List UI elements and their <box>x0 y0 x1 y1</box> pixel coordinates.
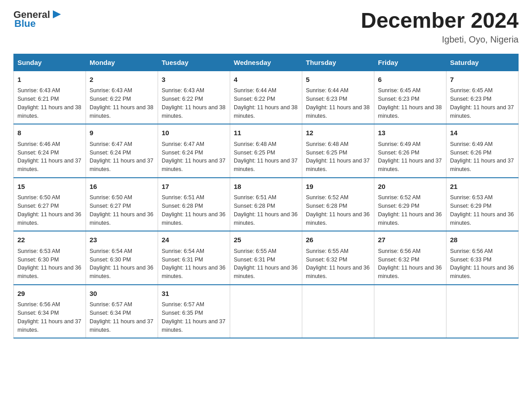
calendar-cell: 20Sunrise: 6:52 AMSunset: 6:29 PMDayligh… <box>374 178 446 231</box>
day-number: 6 <box>378 75 442 85</box>
calendar-cell: 21Sunrise: 6:53 AMSunset: 6:29 PMDayligh… <box>446 178 519 231</box>
day-number: 18 <box>234 182 298 192</box>
day-number: 5 <box>306 75 370 85</box>
calendar-cell: 23Sunrise: 6:54 AMSunset: 6:30 PMDayligh… <box>86 231 158 285</box>
calendar-cell <box>230 285 302 338</box>
calendar-cell: 1Sunrise: 6:43 AMSunset: 6:21 PMDaylight… <box>14 71 86 124</box>
calendar-cell: 7Sunrise: 6:45 AMSunset: 6:23 PMDaylight… <box>446 71 519 124</box>
day-number: 12 <box>306 128 370 138</box>
title-section: December 2024 Igbeti, Oyo, Nigeria <box>361 9 519 45</box>
day-number: 11 <box>234 128 298 138</box>
calendar-cell: 8Sunrise: 6:46 AMSunset: 6:24 PMDaylight… <box>14 124 86 178</box>
calendar-cell <box>374 285 446 338</box>
month-title: December 2024 <box>361 9 519 33</box>
day-number: 1 <box>17 75 82 85</box>
logo-blue-text: Blue <box>14 18 36 30</box>
day-number: 13 <box>378 128 442 138</box>
header-monday: Monday <box>86 54 158 71</box>
calendar-cell: 19Sunrise: 6:52 AMSunset: 6:28 PMDayligh… <box>302 178 374 231</box>
calendar-cell: 4Sunrise: 6:44 AMSunset: 6:22 PMDaylight… <box>230 71 302 124</box>
calendar-week-row: 15Sunrise: 6:50 AMSunset: 6:27 PMDayligh… <box>14 178 519 231</box>
day-number: 19 <box>306 182 370 192</box>
day-number: 7 <box>450 75 515 85</box>
calendar-cell: 11Sunrise: 6:48 AMSunset: 6:25 PMDayligh… <box>230 124 302 178</box>
calendar-cell: 2Sunrise: 6:43 AMSunset: 6:22 PMDaylight… <box>86 71 158 124</box>
calendar-cell: 18Sunrise: 6:51 AMSunset: 6:28 PMDayligh… <box>230 178 302 231</box>
calendar-cell: 30Sunrise: 6:57 AMSunset: 6:34 PMDayligh… <box>86 285 158 338</box>
calendar-cell: 3Sunrise: 6:43 AMSunset: 6:22 PMDaylight… <box>158 71 230 124</box>
day-number: 29 <box>17 289 82 299</box>
day-number: 25 <box>234 235 298 245</box>
calendar-cell: 14Sunrise: 6:49 AMSunset: 6:26 PMDayligh… <box>446 124 519 178</box>
day-number: 9 <box>90 128 154 138</box>
day-number: 21 <box>450 182 515 192</box>
calendar-cell: 13Sunrise: 6:49 AMSunset: 6:26 PMDayligh… <box>374 124 446 178</box>
day-number: 30 <box>90 289 154 299</box>
location-label: Igbeti, Oyo, Nigeria <box>361 34 519 45</box>
calendar-cell: 15Sunrise: 6:50 AMSunset: 6:27 PMDayligh… <box>14 178 86 231</box>
calendar-cell: 31Sunrise: 6:57 AMSunset: 6:35 PMDayligh… <box>158 285 230 338</box>
svg-marker-0 <box>53 10 61 18</box>
calendar-cell: 28Sunrise: 6:56 AMSunset: 6:33 PMDayligh… <box>446 231 519 285</box>
calendar-cell: 26Sunrise: 6:55 AMSunset: 6:32 PMDayligh… <box>302 231 374 285</box>
calendar-cell: 17Sunrise: 6:51 AMSunset: 6:28 PMDayligh… <box>158 178 230 231</box>
day-number: 31 <box>162 289 226 299</box>
calendar-cell: 5Sunrise: 6:44 AMSunset: 6:23 PMDaylight… <box>302 71 374 124</box>
header-friday: Friday <box>374 54 446 71</box>
calendar-cell: 27Sunrise: 6:56 AMSunset: 6:32 PMDayligh… <box>374 231 446 285</box>
logo-arrow-icon <box>51 9 63 20</box>
calendar-cell <box>302 285 374 338</box>
calendar-cell: 22Sunrise: 6:53 AMSunset: 6:30 PMDayligh… <box>14 231 86 285</box>
calendar-cell: 24Sunrise: 6:54 AMSunset: 6:31 PMDayligh… <box>158 231 230 285</box>
calendar-week-row: 1Sunrise: 6:43 AMSunset: 6:21 PMDaylight… <box>14 71 519 124</box>
day-number: 17 <box>162 182 226 192</box>
day-number: 10 <box>162 128 226 138</box>
day-number: 20 <box>378 182 442 192</box>
calendar-cell: 29Sunrise: 6:56 AMSunset: 6:34 PMDayligh… <box>14 285 86 338</box>
calendar-week-row: 29Sunrise: 6:56 AMSunset: 6:34 PMDayligh… <box>14 285 519 338</box>
day-number: 23 <box>90 235 154 245</box>
calendar-table: SundayMondayTuesdayWednesdayThursdayFrid… <box>13 54 519 339</box>
day-number: 24 <box>162 235 226 245</box>
calendar-header-row: SundayMondayTuesdayWednesdayThursdayFrid… <box>14 54 519 71</box>
day-number: 14 <box>450 128 515 138</box>
day-number: 28 <box>450 235 515 245</box>
day-number: 16 <box>90 182 154 192</box>
calendar-cell: 25Sunrise: 6:55 AMSunset: 6:31 PMDayligh… <box>230 231 302 285</box>
day-number: 3 <box>162 75 226 85</box>
calendar-cell: 6Sunrise: 6:45 AMSunset: 6:23 PMDaylight… <box>374 71 446 124</box>
day-number: 27 <box>378 235 442 245</box>
day-number: 15 <box>17 182 82 192</box>
calendar-cell: 12Sunrise: 6:48 AMSunset: 6:25 PMDayligh… <box>302 124 374 178</box>
day-number: 2 <box>90 75 154 85</box>
calendar-cell <box>446 285 519 338</box>
header-thursday: Thursday <box>302 54 374 71</box>
header-sunday: Sunday <box>14 54 86 71</box>
calendar-cell: 9Sunrise: 6:47 AMSunset: 6:24 PMDaylight… <box>86 124 158 178</box>
day-number: 4 <box>234 75 298 85</box>
header-saturday: Saturday <box>446 54 519 71</box>
day-number: 8 <box>17 128 82 138</box>
calendar-cell: 10Sunrise: 6:47 AMSunset: 6:24 PMDayligh… <box>158 124 230 178</box>
logo: General Blue <box>13 9 63 30</box>
calendar-week-row: 22Sunrise: 6:53 AMSunset: 6:30 PMDayligh… <box>14 231 519 285</box>
page-header: General Blue December 2024 Igbeti, Oyo, … <box>13 9 519 45</box>
day-number: 22 <box>17 235 82 245</box>
header-tuesday: Tuesday <box>158 54 230 71</box>
day-number: 26 <box>306 235 370 245</box>
calendar-week-row: 8Sunrise: 6:46 AMSunset: 6:24 PMDaylight… <box>14 124 519 178</box>
header-wednesday: Wednesday <box>230 54 302 71</box>
calendar-cell: 16Sunrise: 6:50 AMSunset: 6:27 PMDayligh… <box>86 178 158 231</box>
